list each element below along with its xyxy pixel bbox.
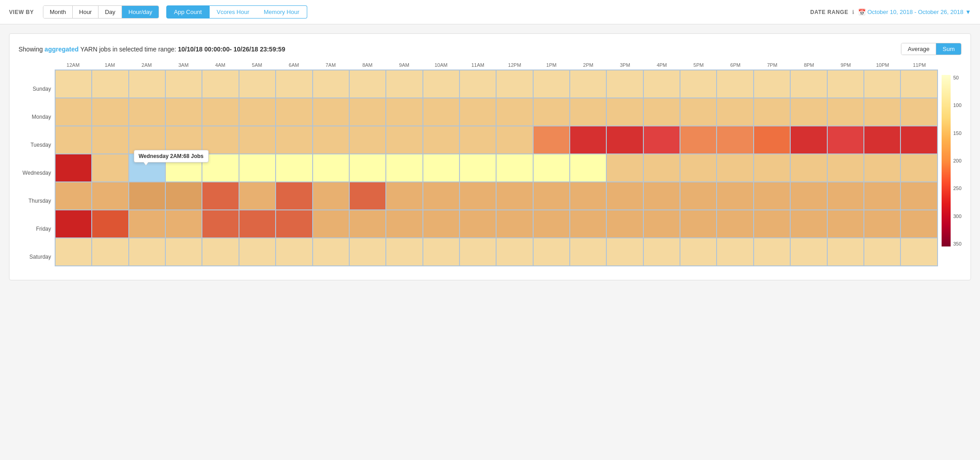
heatmap-cell[interactable] [423, 238, 460, 266]
heatmap-cell[interactable] [643, 126, 680, 154]
heatmap-cell[interactable] [239, 210, 276, 238]
heatmap-cell[interactable] [202, 182, 239, 210]
heatmap-cell[interactable] [239, 182, 276, 210]
heatmap-cell[interactable] [864, 70, 900, 98]
heatmap-cell[interactable] [386, 98, 422, 126]
heatmap-cell[interactable] [276, 210, 312, 238]
heatmap-cell[interactable] [386, 210, 422, 238]
heatmap-cell[interactable] [900, 238, 937, 266]
heatmap-cell[interactable] [643, 154, 680, 182]
heatmap-cell[interactable] [92, 70, 128, 98]
heatmap-cell[interactable] [606, 182, 643, 210]
heatmap-cell[interactable] [92, 154, 128, 182]
heatmap-cell[interactable] [423, 182, 460, 210]
heatmap-cell[interactable] [386, 154, 422, 182]
heatmap-cell[interactable] [129, 70, 165, 98]
heatmap-cell[interactable] [864, 210, 900, 238]
heatmap-cell[interactable] [754, 154, 790, 182]
heatmap-cell[interactable] [680, 70, 717, 98]
heatmap-cell[interactable] [533, 182, 570, 210]
heatmap-cell[interactable] [790, 154, 827, 182]
heatmap-cell[interactable] [55, 98, 92, 126]
heatmap-cell[interactable] [900, 210, 937, 238]
heatmap-cell[interactable] [827, 238, 864, 266]
heatmap-cell[interactable] [790, 210, 827, 238]
heatmap-cell[interactable] [717, 98, 753, 126]
heatmap-cell[interactable] [606, 126, 643, 154]
view-month-button[interactable]: Month [43, 6, 73, 18]
heatmap-cell[interactable] [202, 70, 239, 98]
heatmap-cell[interactable] [276, 70, 312, 98]
heatmap-cell[interactable] [754, 238, 790, 266]
heatmap-cell[interactable] [460, 70, 496, 98]
average-button[interactable]: Average [901, 43, 936, 55]
heatmap-cell[interactable] [790, 70, 827, 98]
heatmap-cell[interactable] [680, 126, 717, 154]
heatmap-cell[interactable] [92, 98, 128, 126]
heatmap-cell[interactable] [55, 154, 92, 182]
heatmap-cell[interactable] [900, 154, 937, 182]
heatmap-cell[interactable] [496, 210, 533, 238]
heatmap-cell[interactable] [864, 126, 900, 154]
heatmap-cell[interactable] [900, 182, 937, 210]
heatmap-cell[interactable] [827, 70, 864, 98]
heatmap-cell[interactable] [533, 210, 570, 238]
heatmap-cell[interactable] [239, 98, 276, 126]
heatmap-cell[interactable] [827, 126, 864, 154]
heatmap-cell[interactable] [239, 126, 276, 154]
heatmap-cell[interactable] [643, 182, 680, 210]
heatmap-cell[interactable] [313, 126, 349, 154]
heatmap-cell[interactable] [313, 98, 349, 126]
heatmap-cell[interactable] [165, 98, 202, 126]
heatmap-cell[interactable] [165, 210, 202, 238]
sum-button[interactable]: Sum [936, 43, 961, 55]
heatmap-cell[interactable] [55, 182, 92, 210]
heatmap-cell[interactable] [92, 126, 128, 154]
heatmap-cell[interactable] [460, 182, 496, 210]
heatmap-cell[interactable] [276, 182, 312, 210]
heatmap-cell[interactable] [276, 126, 312, 154]
heatmap-cell[interactable] [790, 238, 827, 266]
heatmap-cell[interactable] [864, 98, 900, 126]
heatmap-cell[interactable] [165, 238, 202, 266]
heatmap-cell[interactable] [717, 182, 753, 210]
heatmap-cell[interactable] [606, 238, 643, 266]
heatmap-cell[interactable] [570, 210, 606, 238]
heatmap-cell[interactable] [827, 182, 864, 210]
heatmap-cell[interactable]: Wednesday 2AM:68 Jobs [129, 154, 165, 182]
heatmap-cell[interactable] [349, 210, 386, 238]
heatmap-cell[interactable] [386, 70, 422, 98]
heatmap-cell[interactable] [55, 238, 92, 266]
heatmap-cell[interactable] [496, 70, 533, 98]
heatmap-cell[interactable] [423, 70, 460, 98]
heatmap-cell[interactable] [570, 70, 606, 98]
heatmap-cell[interactable] [313, 154, 349, 182]
heatmap-cell[interactable] [790, 98, 827, 126]
heatmap-cell[interactable] [496, 154, 533, 182]
heatmap-cell[interactable] [643, 70, 680, 98]
heatmap-cell[interactable] [239, 70, 276, 98]
heatmap-cell[interactable] [165, 70, 202, 98]
heatmap-cell[interactable] [790, 126, 827, 154]
heatmap-cell[interactable] [313, 182, 349, 210]
heatmap-cell[interactable] [606, 70, 643, 98]
heatmap-cell[interactable] [754, 210, 790, 238]
heatmap-cell[interactable] [717, 70, 753, 98]
heatmap-cell[interactable] [129, 238, 165, 266]
heatmap-cell[interactable] [349, 126, 386, 154]
heatmap-cell[interactable] [423, 98, 460, 126]
heatmap-cell[interactable] [533, 126, 570, 154]
heatmap-cell[interactable] [900, 70, 937, 98]
heatmap-cell[interactable] [386, 126, 422, 154]
heatmap-cell[interactable] [496, 98, 533, 126]
heatmap-cell[interactable] [680, 210, 717, 238]
heatmap-cell[interactable] [570, 154, 606, 182]
heatmap-cell[interactable] [717, 210, 753, 238]
heatmap-cell[interactable] [460, 210, 496, 238]
heatmap-cell[interactable] [570, 98, 606, 126]
heatmap-cell[interactable] [423, 126, 460, 154]
view-hourday-button[interactable]: Hour/day [122, 6, 159, 18]
heatmap-cell[interactable] [92, 210, 128, 238]
heatmap-cell[interactable] [643, 210, 680, 238]
heatmap-cell[interactable] [680, 154, 717, 182]
